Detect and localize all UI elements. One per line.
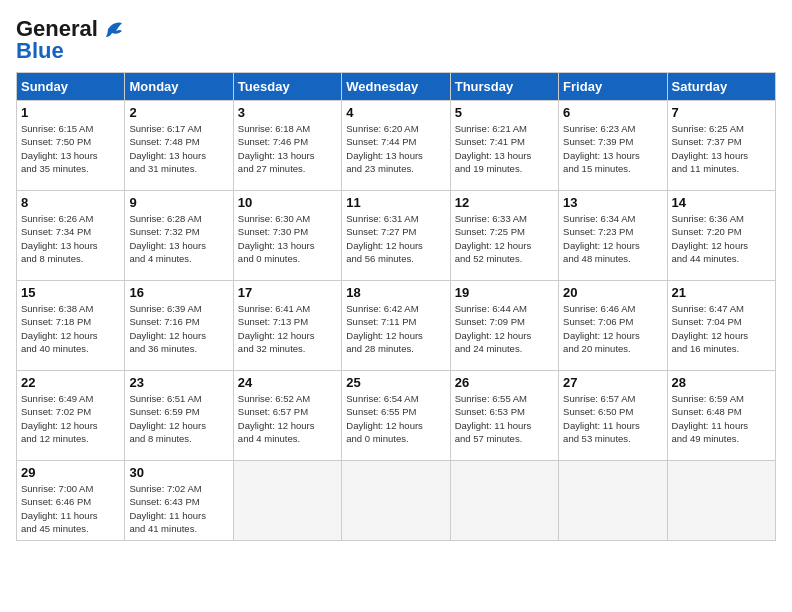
calendar-col-header: Friday — [559, 73, 667, 101]
day-number: 22 — [21, 375, 120, 390]
day-info: Sunrise: 6:54 AM Sunset: 6:55 PM Dayligh… — [346, 392, 445, 445]
calendar-col-header: Thursday — [450, 73, 558, 101]
calendar-day-cell: 22Sunrise: 6:49 AM Sunset: 7:02 PM Dayli… — [17, 371, 125, 461]
day-number: 20 — [563, 285, 662, 300]
calendar-day-cell: 13Sunrise: 6:34 AM Sunset: 7:23 PM Dayli… — [559, 191, 667, 281]
calendar-day-cell: 14Sunrise: 6:36 AM Sunset: 7:20 PM Dayli… — [667, 191, 775, 281]
day-info: Sunrise: 6:49 AM Sunset: 7:02 PM Dayligh… — [21, 392, 120, 445]
calendar-day-cell — [559, 461, 667, 541]
day-number: 3 — [238, 105, 337, 120]
day-info: Sunrise: 6:31 AM Sunset: 7:27 PM Dayligh… — [346, 212, 445, 265]
calendar-week-row: 8Sunrise: 6:26 AM Sunset: 7:34 PM Daylig… — [17, 191, 776, 281]
day-number: 29 — [21, 465, 120, 480]
day-info: Sunrise: 6:38 AM Sunset: 7:18 PM Dayligh… — [21, 302, 120, 355]
day-info: Sunrise: 6:20 AM Sunset: 7:44 PM Dayligh… — [346, 122, 445, 175]
day-number: 25 — [346, 375, 445, 390]
calendar-col-header: Tuesday — [233, 73, 341, 101]
day-number: 5 — [455, 105, 554, 120]
day-number: 16 — [129, 285, 228, 300]
day-number: 18 — [346, 285, 445, 300]
day-info: Sunrise: 6:39 AM Sunset: 7:16 PM Dayligh… — [129, 302, 228, 355]
calendar-day-cell: 27Sunrise: 6:57 AM Sunset: 6:50 PM Dayli… — [559, 371, 667, 461]
calendar-col-header: Monday — [125, 73, 233, 101]
calendar-day-cell: 4Sunrise: 6:20 AM Sunset: 7:44 PM Daylig… — [342, 101, 450, 191]
calendar-day-cell: 6Sunrise: 6:23 AM Sunset: 7:39 PM Daylig… — [559, 101, 667, 191]
calendar-week-row: 1Sunrise: 6:15 AM Sunset: 7:50 PM Daylig… — [17, 101, 776, 191]
calendar-day-cell: 8Sunrise: 6:26 AM Sunset: 7:34 PM Daylig… — [17, 191, 125, 281]
day-info: Sunrise: 6:36 AM Sunset: 7:20 PM Dayligh… — [672, 212, 771, 265]
calendar-day-cell: 3Sunrise: 6:18 AM Sunset: 7:46 PM Daylig… — [233, 101, 341, 191]
day-info: Sunrise: 6:18 AM Sunset: 7:46 PM Dayligh… — [238, 122, 337, 175]
calendar-day-cell: 24Sunrise: 6:52 AM Sunset: 6:57 PM Dayli… — [233, 371, 341, 461]
day-info: Sunrise: 6:15 AM Sunset: 7:50 PM Dayligh… — [21, 122, 120, 175]
day-info: Sunrise: 7:02 AM Sunset: 6:43 PM Dayligh… — [129, 482, 228, 535]
calendar-day-cell — [667, 461, 775, 541]
day-info: Sunrise: 6:33 AM Sunset: 7:25 PM Dayligh… — [455, 212, 554, 265]
calendar-day-cell: 16Sunrise: 6:39 AM Sunset: 7:16 PM Dayli… — [125, 281, 233, 371]
day-number: 11 — [346, 195, 445, 210]
day-info: Sunrise: 6:51 AM Sunset: 6:59 PM Dayligh… — [129, 392, 228, 445]
calendar-day-cell: 17Sunrise: 6:41 AM Sunset: 7:13 PM Dayli… — [233, 281, 341, 371]
day-number: 23 — [129, 375, 228, 390]
day-number: 9 — [129, 195, 228, 210]
calendar-header-row: SundayMondayTuesdayWednesdayThursdayFrid… — [17, 73, 776, 101]
calendar-day-cell: 2Sunrise: 6:17 AM Sunset: 7:48 PM Daylig… — [125, 101, 233, 191]
day-info: Sunrise: 6:57 AM Sunset: 6:50 PM Dayligh… — [563, 392, 662, 445]
calendar-day-cell: 20Sunrise: 6:46 AM Sunset: 7:06 PM Dayli… — [559, 281, 667, 371]
calendar-day-cell: 23Sunrise: 6:51 AM Sunset: 6:59 PM Dayli… — [125, 371, 233, 461]
calendar-day-cell: 18Sunrise: 6:42 AM Sunset: 7:11 PM Dayli… — [342, 281, 450, 371]
calendar-day-cell: 26Sunrise: 6:55 AM Sunset: 6:53 PM Dayli… — [450, 371, 558, 461]
header: General Blue — [16, 16, 776, 64]
day-number: 14 — [672, 195, 771, 210]
day-info: Sunrise: 7:00 AM Sunset: 6:46 PM Dayligh… — [21, 482, 120, 535]
day-number: 15 — [21, 285, 120, 300]
calendar-day-cell — [450, 461, 558, 541]
logo: General Blue — [16, 16, 122, 64]
calendar-day-cell: 15Sunrise: 6:38 AM Sunset: 7:18 PM Dayli… — [17, 281, 125, 371]
day-number: 6 — [563, 105, 662, 120]
day-info: Sunrise: 6:52 AM Sunset: 6:57 PM Dayligh… — [238, 392, 337, 445]
calendar-week-row: 15Sunrise: 6:38 AM Sunset: 7:18 PM Dayli… — [17, 281, 776, 371]
logo-bird-icon — [100, 19, 122, 39]
day-info: Sunrise: 6:34 AM Sunset: 7:23 PM Dayligh… — [563, 212, 662, 265]
calendar-day-cell: 25Sunrise: 6:54 AM Sunset: 6:55 PM Dayli… — [342, 371, 450, 461]
day-number: 30 — [129, 465, 228, 480]
calendar-day-cell: 10Sunrise: 6:30 AM Sunset: 7:30 PM Dayli… — [233, 191, 341, 281]
calendar-day-cell: 11Sunrise: 6:31 AM Sunset: 7:27 PM Dayli… — [342, 191, 450, 281]
day-number: 24 — [238, 375, 337, 390]
day-info: Sunrise: 6:44 AM Sunset: 7:09 PM Dayligh… — [455, 302, 554, 355]
day-number: 17 — [238, 285, 337, 300]
calendar-day-cell: 12Sunrise: 6:33 AM Sunset: 7:25 PM Dayli… — [450, 191, 558, 281]
day-number: 12 — [455, 195, 554, 210]
calendar-day-cell: 7Sunrise: 6:25 AM Sunset: 7:37 PM Daylig… — [667, 101, 775, 191]
calendar-day-cell: 1Sunrise: 6:15 AM Sunset: 7:50 PM Daylig… — [17, 101, 125, 191]
day-number: 4 — [346, 105, 445, 120]
calendar-day-cell — [342, 461, 450, 541]
day-info: Sunrise: 6:25 AM Sunset: 7:37 PM Dayligh… — [672, 122, 771, 175]
day-number: 27 — [563, 375, 662, 390]
calendar-day-cell — [233, 461, 341, 541]
calendar-day-cell: 19Sunrise: 6:44 AM Sunset: 7:09 PM Dayli… — [450, 281, 558, 371]
day-info: Sunrise: 6:47 AM Sunset: 7:04 PM Dayligh… — [672, 302, 771, 355]
day-number: 21 — [672, 285, 771, 300]
day-info: Sunrise: 6:59 AM Sunset: 6:48 PM Dayligh… — [672, 392, 771, 445]
day-info: Sunrise: 6:26 AM Sunset: 7:34 PM Dayligh… — [21, 212, 120, 265]
day-info: Sunrise: 6:23 AM Sunset: 7:39 PM Dayligh… — [563, 122, 662, 175]
day-info: Sunrise: 6:55 AM Sunset: 6:53 PM Dayligh… — [455, 392, 554, 445]
calendar-col-header: Wednesday — [342, 73, 450, 101]
day-number: 19 — [455, 285, 554, 300]
day-info: Sunrise: 6:41 AM Sunset: 7:13 PM Dayligh… — [238, 302, 337, 355]
calendar-col-header: Saturday — [667, 73, 775, 101]
day-info: Sunrise: 6:28 AM Sunset: 7:32 PM Dayligh… — [129, 212, 228, 265]
calendar-day-cell: 5Sunrise: 6:21 AM Sunset: 7:41 PM Daylig… — [450, 101, 558, 191]
day-info: Sunrise: 6:46 AM Sunset: 7:06 PM Dayligh… — [563, 302, 662, 355]
day-info: Sunrise: 6:42 AM Sunset: 7:11 PM Dayligh… — [346, 302, 445, 355]
day-number: 26 — [455, 375, 554, 390]
calendar-day-cell: 28Sunrise: 6:59 AM Sunset: 6:48 PM Dayli… — [667, 371, 775, 461]
day-number: 2 — [129, 105, 228, 120]
day-number: 28 — [672, 375, 771, 390]
calendar-week-row: 29Sunrise: 7:00 AM Sunset: 6:46 PM Dayli… — [17, 461, 776, 541]
day-number: 8 — [21, 195, 120, 210]
day-number: 7 — [672, 105, 771, 120]
day-number: 13 — [563, 195, 662, 210]
